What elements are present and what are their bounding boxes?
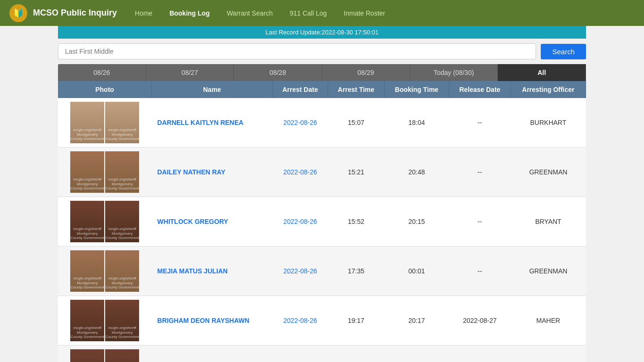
table-row: mcgtn.org/sheriffMontgomery County Gover… bbox=[58, 148, 586, 197]
arrest-date-link[interactable]: 2022-08-26 bbox=[283, 317, 317, 324]
name-cell: TAYLOR JOHN ANDREW bbox=[152, 346, 272, 362]
arrest-time-cell: 19:17 bbox=[328, 296, 384, 346]
release-date-cell: -- bbox=[449, 98, 511, 148]
table-header-row: Photo Name Arrest Date Arrest Time Booki… bbox=[58, 81, 586, 98]
arrest-date-cell: 2022-08-26 bbox=[272, 296, 328, 346]
booking-time-cell: 20:48 bbox=[384, 148, 449, 197]
name-cell: BRIGHAM DEON RAYSHAWN bbox=[152, 296, 272, 346]
main-content: Last Record Update:2022-08-30 17:50:01 S… bbox=[53, 26, 591, 362]
arrest-time-cell: 15:52 bbox=[328, 197, 384, 247]
table-wrapper: Photo Name Arrest Date Arrest Time Booki… bbox=[58, 81, 586, 362]
table-row: mcgtn.org/sheriffMontgomery County Gover… bbox=[58, 296, 586, 346]
col-arrest-date: Arrest Date bbox=[272, 81, 328, 98]
photo-cell: mcgtn.org/sheriffMontgomery County Gover… bbox=[58, 346, 152, 362]
photo-front: mcgtn.org/sheriffMontgomery County Gover… bbox=[70, 201, 104, 242]
arrest-date-link[interactable]: 2022-08-26 bbox=[283, 218, 317, 225]
name-link[interactable]: DARNELL KAITLYN RENEA bbox=[157, 119, 244, 126]
navbar-brand: MCSO Public Inquiry bbox=[33, 8, 117, 18]
photo-front: mcgtn.org/sheriffMontgomery County Gover… bbox=[70, 151, 104, 193]
nav-warrant-search[interactable]: Warrant Search bbox=[223, 8, 277, 19]
booking-time-cell: 20:44 bbox=[384, 346, 449, 362]
name-link[interactable]: WHITLOCK GREGORY bbox=[157, 218, 228, 225]
search-input[interactable] bbox=[58, 43, 536, 59]
tab-0828[interactable]: 08/28 bbox=[234, 64, 322, 81]
photo-cell: mcgtn.org/sheriffMontgomery County Gover… bbox=[58, 98, 152, 148]
tab-today[interactable]: Today (08/30) bbox=[410, 64, 498, 81]
logo-icon: 🔰 bbox=[13, 8, 24, 18]
tab-0826[interactable]: 08/26 bbox=[58, 64, 146, 81]
photo-side: mcgtn.org/sheriffMontgomery County Gover… bbox=[105, 300, 139, 341]
photo-side: mcgtn.org/sheriffMontgomery County Gover… bbox=[105, 102, 139, 143]
arrest-date-cell: 2022-08-26 bbox=[272, 346, 328, 362]
name-cell: MEJIA MATUS JULIAN bbox=[152, 247, 272, 296]
arrest-date-link[interactable]: 2022-08-26 bbox=[283, 267, 317, 275]
name-link[interactable]: BRIGHAM DEON RAYSHAWN bbox=[157, 317, 250, 324]
nav-911-call-log[interactable]: 911 Call Log bbox=[286, 8, 330, 19]
navbar: 🔰 MCSO Public Inquiry Home Booking Log W… bbox=[0, 0, 644, 26]
navbar-links: Home Booking Log Warrant Search 911 Call… bbox=[131, 9, 389, 17]
nav-home[interactable]: Home bbox=[131, 8, 156, 19]
col-arrest-time: Arrest Time bbox=[328, 81, 384, 98]
table-row: mcgtn.org/sheriffMontgomery County Gover… bbox=[58, 197, 586, 247]
booking-time-cell: 18:04 bbox=[384, 98, 449, 148]
photo-side: mcgtn.org/sheriffMontgomery County Gover… bbox=[105, 250, 139, 292]
arrest-date-link[interactable]: 2022-08-26 bbox=[283, 119, 317, 126]
col-release-date: Release Date bbox=[449, 81, 511, 98]
arrest-time-cell: 15:21 bbox=[328, 148, 384, 197]
col-arresting-officer: Arresting Officer bbox=[511, 81, 586, 98]
release-date-cell: -- bbox=[449, 247, 511, 296]
booking-time-cell: 00:01 bbox=[384, 247, 449, 296]
name-link[interactable]: DAILEY NATHEN RAY bbox=[157, 168, 225, 176]
col-photo: Photo bbox=[58, 81, 152, 98]
booking-table: Photo Name Arrest Date Arrest Time Booki… bbox=[58, 81, 586, 362]
table-row: mcgtn.org/sheriffMontgomery County Gover… bbox=[58, 346, 586, 362]
photo-front: mcgtn.org/sheriffMontgomery County Gover… bbox=[70, 349, 104, 362]
officer-cell: GREENMAN bbox=[511, 148, 586, 197]
update-banner: Last Record Update:2022-08-30 17:50:01 bbox=[58, 26, 586, 39]
nav-inmate-roster[interactable]: Inmate Roster bbox=[340, 8, 389, 19]
photo-front: mcgtn.org/sheriffMontgomery County Gover… bbox=[70, 250, 104, 292]
photo-front: mcgtn.org/sheriffMontgomery County Gover… bbox=[70, 300, 104, 341]
release-date-cell: -- bbox=[449, 148, 511, 197]
officer-cell: GREENMAN bbox=[511, 247, 586, 296]
name-link[interactable]: MEJIA MATUS JULIAN bbox=[157, 267, 228, 275]
booking-time-cell: 20:15 bbox=[384, 197, 449, 247]
arrest-time-cell: 17:35 bbox=[328, 247, 384, 296]
arrest-time-cell: 15:07 bbox=[328, 98, 384, 148]
officer-cell: BURKHART bbox=[511, 98, 586, 148]
date-tabs: 08/26 08/27 08/28 08/29 Today (08/30) Al… bbox=[58, 64, 586, 81]
nav-booking-log[interactable]: Booking Log bbox=[165, 8, 214, 19]
officer-cell: PITTS bbox=[511, 346, 586, 362]
arrest-date-cell: 2022-08-26 bbox=[272, 148, 328, 197]
photo-cell: mcgtn.org/sheriffMontgomery County Gover… bbox=[58, 247, 152, 296]
tab-0827[interactable]: 08/27 bbox=[146, 64, 234, 81]
name-cell: DARNELL KAITLYN RENEA bbox=[152, 98, 272, 148]
photo-side: mcgtn.org/sheriffMontgomery County Gover… bbox=[105, 151, 139, 193]
col-booking-time: Booking Time bbox=[384, 81, 449, 98]
photo-front: mcgtn.org/sheriffMontgomery County Gover… bbox=[70, 102, 104, 143]
tab-all[interactable]: All bbox=[498, 64, 586, 81]
arrest-date-cell: 2022-08-26 bbox=[272, 197, 328, 247]
photo-cell: mcgtn.org/sheriffMontgomery County Gover… bbox=[58, 197, 152, 247]
booking-time-cell: 20:17 bbox=[384, 296, 449, 346]
search-button[interactable]: Search bbox=[541, 44, 586, 59]
photo-cell: mcgtn.org/sheriffMontgomery County Gover… bbox=[58, 296, 152, 346]
arrest-date-link[interactable]: 2022-08-26 bbox=[283, 168, 317, 176]
arrest-date-cell: 2022-08-26 bbox=[272, 247, 328, 296]
arrest-date-cell: 2022-08-26 bbox=[272, 98, 328, 148]
name-cell: WHITLOCK GREGORY bbox=[152, 197, 272, 247]
photo-side: mcgtn.org/sheriffMontgomery County Gover… bbox=[105, 349, 139, 362]
release-date-cell: -- bbox=[449, 197, 511, 247]
table-row: mcgtn.org/sheriffMontgomery County Gover… bbox=[58, 98, 586, 148]
release-date-cell: 2022-08-27 bbox=[449, 296, 511, 346]
officer-cell: BRYANT bbox=[511, 197, 586, 247]
arrest-time-cell: 19:34 bbox=[328, 346, 384, 362]
photo-side: mcgtn.org/sheriffMontgomery County Gover… bbox=[105, 201, 139, 242]
navbar-logo: 🔰 bbox=[9, 4, 27, 22]
table-row: mcgtn.org/sheriffMontgomery County Gover… bbox=[58, 247, 586, 296]
tab-0829[interactable]: 08/29 bbox=[322, 64, 410, 81]
officer-cell: MAHER bbox=[511, 296, 586, 346]
search-bar: Search bbox=[58, 43, 586, 59]
col-name: Name bbox=[152, 81, 272, 98]
release-date-cell: -- bbox=[449, 346, 511, 362]
